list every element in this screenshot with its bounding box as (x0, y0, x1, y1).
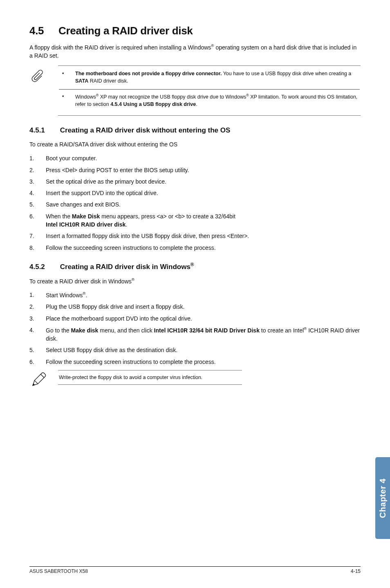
chapter-side-tab: Chapter 4 (375, 457, 390, 539)
note-bullet-1: • The motherboard does not provide a flo… (59, 70, 360, 85)
note-box: • The motherboard does not provide a flo… (29, 65, 361, 116)
subsection-1-heading: 4.5.1 Creating a RAID driver disk withou… (29, 126, 361, 135)
sub1-step-2: Press <Del> during POST to enter the BIO… (46, 166, 361, 174)
section-heading: 4.5 Creating a RAID driver disk (29, 25, 361, 37)
sub1-steps: 1.Boot your computer. 2.Press <Del> duri… (29, 154, 361, 252)
sub2-step-6: Follow the succeeding screen instruction… (46, 358, 361, 366)
sub1-step-5: Save changes and exit BIOS. (46, 200, 361, 209)
note2-post: . (196, 101, 197, 107)
sub1-step-3: Set the optical drive as the primary boo… (46, 177, 361, 186)
sub1-title: Creating a RAID driver disk without ente… (60, 126, 231, 134)
tip-text: Write-protect the floppy disk to avoid a… (58, 370, 242, 385)
sub2-step-5: Select USB floppy disk drive as the dest… (46, 346, 361, 354)
sub1-step-4: Insert the support DVD into the optical … (46, 189, 361, 197)
section-title: Creating a RAID driver disk (58, 25, 193, 37)
tip-box: Write-protect the floppy disk to avoid a… (29, 370, 361, 391)
sub1-lead: To create a RAID/SATA driver disk withou… (29, 140, 361, 148)
sub1-step-1: Boot your computer. (46, 154, 361, 162)
footer-left: ASUS SABERTOOTH X58 (29, 568, 88, 574)
sub1-step-7: Insert a formatted floppy disk into the … (46, 232, 361, 240)
sub1-step-8: Follow the succeeding screen instruction… (46, 244, 361, 252)
sub2-number: 4.5.2 (29, 263, 45, 271)
sub2-step-3: Place the motherboard support DVD into t… (46, 314, 361, 323)
page-footer: ASUS SABERTOOTH X58 4-15 (29, 566, 361, 574)
sub2-steps: 1.Start Windows®. 2.Plug the USB floppy … (29, 291, 361, 366)
intro-paragraph: A floppy disk with the RAID driver is re… (29, 43, 361, 60)
section-number: 4.5 (29, 25, 44, 37)
sub2-step-4: Go to the Make disk menu, and then click… (46, 326, 361, 343)
note1-bold-mid: SATA (75, 78, 88, 84)
paperclip-icon (29, 65, 58, 88)
subsection-2-heading: 4.5.2 Creating a RAID driver disk in Win… (29, 262, 361, 271)
note1-rest2: RAID driver disk. (88, 78, 128, 84)
sub1-step-6: When the Make Disk menu appears, press <… (46, 212, 361, 229)
footer-right: 4-15 (351, 568, 361, 574)
sub1-number: 4.5.1 (29, 126, 45, 134)
pencil-icon (29, 370, 58, 391)
sub2-lead: To create a RAID driver disk in Windows® (29, 277, 361, 285)
sub2-title: Creating a RAID driver disk in Windows® (60, 263, 194, 271)
note-bullet-2: • Windows® XP may not recognize the USB … (59, 93, 360, 108)
sub2-step-1: Start Windows®. (46, 291, 361, 299)
note2-bold-tail: 4.5.4 Using a USB floppy disk drive (110, 101, 196, 107)
note1-rest: You have to use a USB floppy disk drive … (222, 71, 351, 76)
note1-bold-lead: The motherboard does not provide a flopp… (75, 71, 222, 76)
sub2-step-2: Plug the USB floppy disk drive and inser… (46, 303, 361, 311)
side-tab-label: Chapter 4 (378, 478, 388, 518)
